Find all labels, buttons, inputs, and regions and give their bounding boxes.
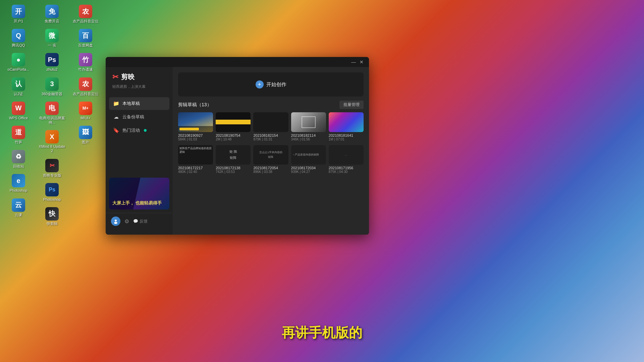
drafts-header: 剪辑草稿（13） 批量管理	[173, 101, 369, 112]
draft-item-7[interactable]: 矩 阵 矩阵 202108172138 742K | 03:53	[216, 145, 251, 175]
baidu-icon: 百	[79, 29, 92, 42]
auth-label: 认2证	[14, 92, 23, 96]
desktop-icon-baidu[interactable]: 百 百度网盘	[69, 27, 102, 49]
agri-icon: 农	[79, 5, 92, 18]
draft-name-1: 202108190927	[178, 133, 213, 137]
draft-name-10: 202108171956	[329, 166, 364, 170]
svg-point-0	[115, 220, 117, 222]
draft-info-5: 202108181641 1M | 07:01	[329, 132, 364, 142]
desktop-icon-ps[interactable]: Ps Photoshop	[35, 182, 69, 203]
window-body: ✂ 剪映 轻而易剪，上演大幕 📁 本地草稿 ☁ 云备份草稿 🔖 热门	[106, 67, 369, 235]
sidebar-item-cloud[interactable]: ☁ 云备份草稿	[109, 111, 169, 123]
desktop-icon-road[interactable]: 道 竹笋	[2, 124, 35, 146]
feedback-button[interactable]: 💬 反馈	[133, 219, 148, 224]
app-logo: ✂ 剪映	[106, 72, 173, 84]
draft-name-3: 202108182154	[253, 133, 288, 137]
feedback-icon: 💬	[133, 219, 138, 224]
desktop-icon-kaihu[interactable]: 开 开户1	[2, 3, 35, 25]
ms-edge-label: Photoshop	[10, 188, 28, 193]
draft-name-2: 202108190754	[216, 133, 251, 137]
ps2-label: zhutu2	[46, 67, 57, 72]
draft-item-4[interactable]: 202108182114 346K | 01:56	[291, 112, 326, 142]
capcut-desktop-icon: ✂	[45, 159, 59, 172]
draft-item-1[interactable]: 202108190927 584K | 01:03	[178, 112, 213, 142]
sidebar-item-local[interactable]: 📁 本地草稿	[109, 97, 169, 110]
desktop-icon-photo[interactable]: 🖼 图片	[69, 124, 102, 146]
subtitle-text: 再讲手机版的	[282, 323, 362, 342]
wechat-label: 一·实	[48, 43, 56, 48]
drafts-title: 剪辑草稿（13）	[178, 102, 212, 108]
baidu-label: 百度网盘	[78, 43, 93, 48]
desktop-icon-zhuli[interactable]: 竹 竹办遗速	[69, 52, 102, 73]
desktop-icon-miui[interactable]: M+ MIUI+	[69, 100, 102, 122]
wps-icon: W	[12, 102, 25, 115]
draft-thumbnail-10: ...	[329, 145, 364, 165]
desktop-icon-wps[interactable]: W WPS Office	[2, 100, 35, 122]
desktop-icon-wechat[interactable]: 微 一·实	[35, 27, 69, 49]
desktop-icon-free[interactable]: 免 免费开店	[35, 3, 69, 25]
title-bar: — ✕	[106, 57, 369, 67]
draft-item-10[interactable]: ... 202108171956 875K | 04:30	[329, 145, 364, 175]
draft-thumbnail-5	[329, 112, 364, 132]
app-subtitle: 轻而易剪，上演大幕	[106, 84, 173, 95]
user-avatar[interactable]	[111, 217, 120, 226]
sidebar-item-hot[interactable]: 🔖 热门活动	[109, 124, 169, 137]
cloud-drafts-icon: ☁	[113, 114, 119, 120]
desktop-icon-kuai[interactable]: 快 快剪辑	[35, 206, 69, 227]
create-banner[interactable]: + 开始创作	[178, 72, 364, 97]
desktop-icon-360[interactable]: 3 360金融管器	[35, 76, 69, 98]
draft-item-9[interactable]: →产品音容内容的矩阵 202108172034 939K | 04:27	[291, 145, 326, 175]
draft-item-8[interactable]: 怎么让1平米内容的 矩阵 202108172054 896K | 03:38	[253, 145, 288, 175]
study-icon: 电	[45, 102, 59, 115]
desktop: 开 开户1 Q 腾讯QQ ● oCamPorta... 认 认2证 W WPS …	[0, 0, 644, 362]
draft-info-2: 202108190754 2M | 10:48	[216, 132, 251, 142]
settings-button[interactable]: ⚙	[124, 218, 129, 225]
desktop-icons-col1: 开 开户1 Q 腾讯QQ ● oCamPorta... 认 认2证 W WPS …	[0, 0, 37, 222]
hot-activities-icon: 🔖	[113, 127, 119, 133]
kaihu-label: 开户1	[14, 19, 23, 23]
draft-meta-7: 742K | 03:53	[216, 170, 251, 174]
hot-activities-badge	[144, 129, 147, 132]
draft-info-3: 202108182154 879K | 01:31	[253, 132, 288, 142]
close-button[interactable]: ✕	[358, 58, 366, 66]
desktop-icon-qq[interactable]: Q 腾讯QQ	[2, 27, 35, 49]
draft-thumbnail-3	[253, 112, 288, 132]
ps-icon: Ps	[45, 183, 59, 196]
zhuli-label: 竹办遗速	[78, 67, 93, 72]
draft-item-2[interactable]: 202108190754 2M | 10:48	[216, 112, 251, 142]
desktop-icon-ms-edge[interactable]: e Photoshop	[2, 173, 35, 194]
draft-info-7: 202108172138 742K | 03:53	[216, 165, 251, 175]
draft-name-4: 202108182114	[291, 133, 326, 137]
draft-name-7: 202108172138	[216, 166, 251, 170]
draft-info-4: 202108182114 346K | 01:56	[291, 132, 326, 142]
qq-icon: Q	[12, 29, 25, 42]
recycle-label: 回收站	[13, 164, 24, 169]
desktop-icon-agri[interactable]: 农 农产品抖音定位	[69, 3, 102, 25]
desktop-icon-ps2[interactable]: Ps zhutu2	[35, 52, 69, 73]
draft-thumbnail-4	[291, 112, 326, 132]
auth-icon: 认	[12, 77, 25, 91]
draft-meta-9: 939K | 04:27	[291, 170, 326, 174]
minimize-button[interactable]: —	[350, 58, 358, 66]
hot-activities-label: 热门活动	[122, 127, 140, 133]
desktop-icon-yunke[interactable]: 云 云课	[2, 197, 35, 219]
sidebar-promo[interactable]: 大屏上手， 也能轻易得手	[109, 178, 169, 209]
thumbnails-grid: 202108190927 584K | 01:03 202108190754	[173, 112, 369, 175]
draft-item-3[interactable]: 202108182154 879K | 01:31	[253, 112, 288, 142]
desktop-icon-recycle[interactable]: ♻ 回收站	[2, 148, 35, 170]
promo-text: 大屏上手， 也能轻易得手	[112, 200, 162, 206]
agri2-label: 农产品抖音定位	[73, 92, 99, 96]
ms-edge-icon: e	[12, 174, 25, 187]
desktop-icon-cam[interactable]: ● oCamPorta...	[2, 52, 35, 73]
desktop-icon-auth[interactable]: 认 认2证	[2, 76, 35, 98]
qq-label: 腾讯QQ	[12, 43, 25, 48]
desktop-icon-capcut[interactable]: ✂ 剪映专业版	[35, 158, 69, 179]
road-icon: 道	[12, 126, 25, 139]
desktop-icon-xmind[interactable]: X XMind 8 Update 2	[35, 129, 69, 155]
batch-manage-button[interactable]: 批量管理	[339, 101, 364, 109]
draft-item-5[interactable]: 202108181641 1M | 07:01	[329, 112, 364, 142]
cam-icon: ●	[12, 53, 25, 66]
desktop-icon-agri2[interactable]: 农 农产品抖音定位	[69, 76, 102, 98]
desktop-icon-study[interactable]: 电 电商培训品牌案例...	[35, 100, 69, 126]
draft-item-6[interactable]: 矩阵音产品品牌知道的底层逻辑 202108172217 480K | 02:40	[178, 145, 213, 175]
